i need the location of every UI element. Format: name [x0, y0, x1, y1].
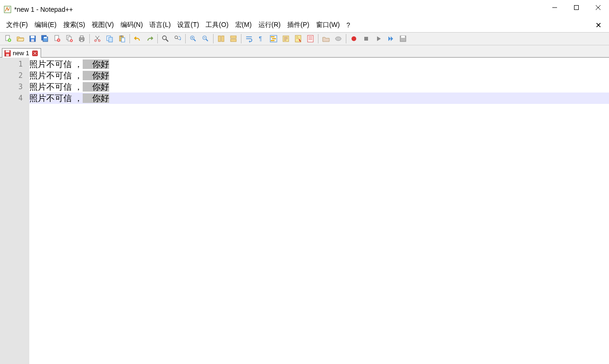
sync-vertical-button[interactable] [215, 33, 227, 44]
sync-horizontal-button[interactable] [227, 33, 240, 44]
paste-button[interactable] [116, 33, 128, 44]
menu-run[interactable]: 运行(R) [255, 20, 284, 30]
svg-rect-11 [31, 36, 34, 38]
indent-guide-button[interactable] [267, 33, 280, 44]
editor-line[interactable]: 照片不可信 ， 你好 [29, 93, 609, 104]
menubar-close-button[interactable]: ✕ [591, 20, 606, 31]
replace-button[interactable] [172, 33, 184, 44]
macro-record-button[interactable] [348, 33, 360, 44]
function-list-button[interactable] [320, 33, 332, 44]
toolbar-separator [346, 34, 346, 43]
svg-line-40 [177, 38, 179, 40]
doc-list-button[interactable] [304, 33, 317, 44]
editor-line[interactable]: 照片不可信 ， 你好 [29, 59, 609, 70]
svg-rect-73 [401, 36, 405, 38]
tabbar: new 1 [0, 45, 609, 58]
svg-rect-75 [6, 51, 9, 52]
svg-rect-36 [121, 38, 125, 42]
menu-plugins[interactable]: 插件(P) [284, 20, 313, 30]
svg-line-30 [96, 36, 99, 40]
svg-rect-15 [44, 37, 47, 38]
macro-stop-button[interactable] [360, 33, 372, 44]
maximize-button[interactable] [566, 0, 587, 15]
menu-language[interactable]: 语言(L) [146, 20, 174, 30]
zoom-in-button[interactable] [187, 33, 199, 44]
toolbar-separator [213, 34, 214, 43]
macro-save-button[interactable] [397, 33, 409, 44]
find-button[interactable] [159, 33, 172, 44]
app-icon [4, 6, 11, 13]
svg-rect-50 [231, 36, 236, 38]
save-button[interactable] [26, 33, 39, 44]
doc-map-button[interactable] [292, 33, 304, 44]
line-number: 2 [0, 70, 29, 81]
copy-button[interactable] [103, 33, 116, 44]
tab-new-1[interactable]: new 1 [2, 48, 41, 58]
titlebar: *new 1 - Notepad++ [0, 0, 609, 19]
show-all-chars-button[interactable]: ¶ [255, 33, 267, 44]
window-title: *new 1 - Notepad++ [14, 6, 544, 13]
macro-play-multi-button[interactable] [385, 33, 397, 44]
svg-rect-76 [6, 54, 9, 56]
menu-view[interactable]: 视图(V) [88, 20, 117, 30]
svg-point-70 [352, 36, 356, 41]
close-window-button[interactable] [587, 0, 609, 15]
svg-rect-12 [31, 39, 34, 42]
macro-play-button[interactable] [372, 33, 385, 44]
cut-button[interactable] [91, 33, 103, 44]
print-button[interactable] [76, 33, 88, 44]
toolbar: ¶ [0, 32, 609, 45]
line-number: 4 [0, 93, 29, 104]
editor-line[interactable]: 照片不可信 ， 你好 [29, 81, 609, 93]
menu-help[interactable]: ? [343, 20, 353, 30]
word-wrap-button[interactable] [243, 33, 255, 44]
svg-rect-48 [218, 36, 221, 42]
redo-button[interactable] [144, 33, 156, 44]
svg-rect-71 [364, 37, 368, 41]
text-area[interactable]: 照片不可信 ， 你好 照片不可信 ， 你好 照片不可信 ， 你好 照片不可信 ，… [29, 58, 609, 364]
window-controls [544, 0, 609, 19]
svg-rect-35 [120, 35, 122, 37]
close-all-button[interactable] [63, 33, 76, 44]
svg-line-46 [206, 39, 208, 41]
svg-line-42 [194, 39, 196, 41]
open-file-button[interactable] [14, 33, 26, 44]
toolbar-separator [89, 34, 90, 43]
svg-rect-51 [231, 39, 236, 42]
svg-rect-3 [575, 6, 579, 10]
svg-point-37 [163, 36, 166, 40]
line-number-gutter: 1 2 3 4 [0, 58, 29, 364]
menu-encoding[interactable]: 编码(N) [117, 20, 146, 30]
menubar: 文件(F) 编辑(E) 搜索(S) 视图(V) 编码(N) 语言(L) 设置(T… [0, 19, 609, 32]
svg-line-38 [166, 39, 168, 42]
menu-search[interactable]: 搜索(S) [60, 20, 89, 30]
menu-window[interactable]: 窗口(W) [313, 20, 343, 30]
menu-tools[interactable]: 工具(O) [202, 20, 232, 30]
zoom-out-button[interactable] [199, 33, 212, 44]
minimize-button[interactable] [544, 0, 566, 15]
user-lang-button[interactable] [280, 33, 292, 44]
editor-line[interactable]: 照片不可信 ， 你好 [29, 70, 609, 81]
menu-macro[interactable]: 宏(M) [232, 20, 255, 30]
svg-rect-65 [308, 35, 313, 42]
tab-label: new 1 [13, 50, 29, 57]
menu-settings[interactable]: 设置(T) [174, 20, 202, 30]
svg-rect-49 [222, 36, 224, 42]
menu-file[interactable]: 文件(F) [3, 20, 31, 30]
new-file-button[interactable] [2, 33, 14, 44]
tab-close-button[interactable] [32, 51, 38, 56]
line-number: 3 [0, 81, 29, 93]
menu-edit[interactable]: 编辑(E) [31, 20, 60, 30]
svg-line-31 [95, 36, 99, 40]
unsaved-icon [4, 50, 11, 57]
editor[interactable]: 1 2 3 4 照片不可信 ， 你好 照片不可信 ， 你好 照片不可信 ， 你好… [0, 58, 609, 364]
line-number: 1 [0, 59, 29, 70]
toolbar-separator [157, 34, 158, 43]
undo-button[interactable] [131, 33, 144, 44]
toolbar-separator [241, 34, 241, 43]
save-all-button[interactable] [39, 33, 51, 44]
folder-workspace-button[interactable] [332, 33, 344, 44]
svg-rect-27 [80, 40, 83, 42]
toolbar-separator [185, 34, 186, 43]
close-file-button[interactable] [51, 33, 63, 44]
